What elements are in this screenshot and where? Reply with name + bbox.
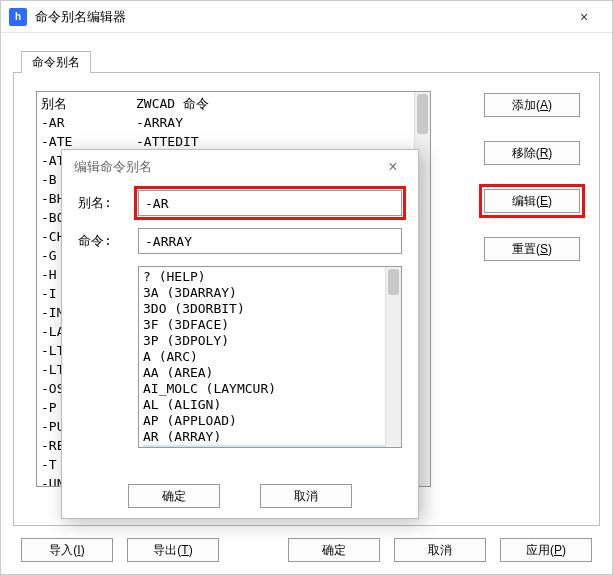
dialog-title: 编辑命令别名 xyxy=(74,158,152,176)
command-input[interactable]: -ARRAY xyxy=(138,228,402,254)
remove-button[interactable]: 移除(R) xyxy=(484,141,580,165)
command-scrollbar-thumb[interactable] xyxy=(388,269,399,295)
command-list-item[interactable]: AL (ALIGN) xyxy=(143,397,397,413)
command-list-item[interactable]: 3P (3DPOLY) xyxy=(143,333,397,349)
dialog-cancel-button[interactable]: 取消 xyxy=(260,484,352,508)
export-button[interactable]: 导出(T) xyxy=(127,538,219,562)
header-alias: 别名 xyxy=(41,94,136,113)
header-command: ZWCAD 命令 xyxy=(136,94,426,113)
ok-button[interactable]: 确定 xyxy=(288,538,380,562)
command-list-item[interactable]: AP (APPLOAD) xyxy=(143,413,397,429)
add-button[interactable]: 添加(A) xyxy=(484,93,580,117)
alias-cell: -AR xyxy=(41,113,136,132)
command-list-item[interactable]: AR (ARRAY) xyxy=(143,429,397,445)
titlebar: h 命令别名编辑器 × xyxy=(1,1,612,33)
alias-scrollbar-thumb[interactable] xyxy=(417,94,428,134)
command-list-item[interactable]: AA (AREA) xyxy=(143,365,397,381)
dialog-ok-button[interactable]: 确定 xyxy=(128,484,220,508)
reset-button[interactable]: 重置(S) xyxy=(484,237,580,261)
command-list-item[interactable]: A (ARC) xyxy=(143,349,397,365)
dialog-close-icon[interactable]: × xyxy=(378,153,408,181)
app-icon: h xyxy=(9,8,27,26)
window-title: 命令别名编辑器 xyxy=(35,8,564,26)
command-list-selected[interactable]: -AR (-ARRAY) xyxy=(143,445,397,448)
side-buttons: 添加(A) 移除(R) 编辑(E) 重置(S) xyxy=(484,93,580,261)
command-list[interactable]: ? (HELP)3A (3DARRAY)3DO (3DORBIT)3F (3DF… xyxy=(138,266,402,448)
alias-label: 别名: xyxy=(78,194,138,212)
import-button[interactable]: 导入(I) xyxy=(21,538,113,562)
edit-button[interactable]: 编辑(E) xyxy=(484,189,580,213)
alias-list-header: 别名 ZWCAD 命令 xyxy=(41,94,426,113)
bottom-buttons: 导入(I) 导出(T) 确定 取消 应用(P) xyxy=(21,538,592,562)
cancel-button[interactable]: 取消 xyxy=(394,538,486,562)
alias-row[interactable]: -AR-ARRAY xyxy=(41,113,426,132)
apply-button[interactable]: 应用(P) xyxy=(500,538,592,562)
alias-input[interactable]: -AR xyxy=(138,190,402,216)
close-icon[interactable]: × xyxy=(564,1,604,33)
command-label: 命令: xyxy=(78,232,138,250)
command-scrollbar[interactable] xyxy=(385,267,401,447)
edit-alias-dialog: 编辑命令别名 × 别名: -AR 命令: -ARRAY ? (HELP)3A (… xyxy=(61,149,419,519)
command-cell: -ARRAY xyxy=(136,113,426,132)
command-list-item[interactable]: 3F (3DFACE) xyxy=(143,317,397,333)
command-list-item[interactable]: AI_MOLC (LAYMCUR) xyxy=(143,381,397,397)
dialog-titlebar: 编辑命令别名 × xyxy=(62,150,418,184)
command-list-item[interactable]: 3DO (3DORBIT) xyxy=(143,301,397,317)
command-list-item[interactable]: 3A (3DARRAY) xyxy=(143,285,397,301)
dialog-buttons: 确定 取消 xyxy=(62,484,418,508)
command-list-item[interactable]: ? (HELP) xyxy=(143,269,397,285)
tab-alias[interactable]: 命令别名 xyxy=(21,51,91,73)
